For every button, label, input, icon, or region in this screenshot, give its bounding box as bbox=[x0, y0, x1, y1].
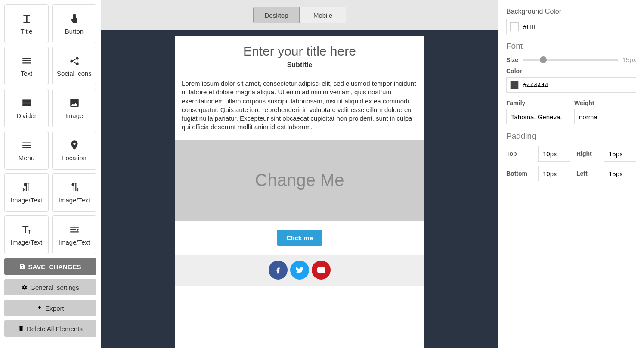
email-title[interactable]: Enter your title here bbox=[175, 36, 424, 61]
general-settings-label: General_settings bbox=[30, 284, 79, 291]
padding-heading: Padding bbox=[506, 131, 636, 141]
email-subtitle[interactable]: Subtitle bbox=[175, 61, 424, 75]
save-label: SAVE_CHANGES bbox=[28, 263, 81, 270]
block-image-label: Image bbox=[65, 112, 84, 119]
block-divider-label: Divider bbox=[16, 112, 37, 119]
block-location-label: Location bbox=[62, 154, 87, 162]
delete-all-label: Delete All Elements bbox=[27, 325, 83, 332]
font-size-label: Size bbox=[506, 56, 518, 63]
pad-left-label: Left bbox=[576, 170, 598, 177]
font-color-label: Color bbox=[506, 68, 636, 75]
sidebar-actions: SAVE_CHANGES General_settings Export Del… bbox=[4, 258, 96, 337]
font-color-field[interactable] bbox=[506, 77, 636, 93]
block-social-label: Social Icons bbox=[57, 70, 92, 77]
divider-icon bbox=[21, 97, 32, 109]
block-menu-label: Menu bbox=[19, 154, 35, 162]
pad-top-input[interactable] bbox=[538, 146, 570, 162]
block-title[interactable]: Title bbox=[4, 4, 49, 43]
pad-left-input[interactable] bbox=[604, 166, 636, 181]
menu-icon bbox=[21, 140, 32, 151]
email-body-text[interactable]: Lorem ipsum dolor sit amet, consectetur … bbox=[175, 75, 424, 140]
font-family-label: Family bbox=[506, 99, 568, 106]
block-imgtext-r[interactable]: Image/Text bbox=[52, 173, 96, 212]
font-weight-select[interactable] bbox=[574, 109, 636, 124]
block-imgtext-t-label: Image/Text bbox=[11, 239, 42, 246]
delete-all-button[interactable]: Delete All Elements bbox=[4, 320, 96, 337]
image-icon bbox=[69, 97, 80, 109]
imgtext-wrap-icon bbox=[69, 224, 80, 235]
block-location[interactable]: Location bbox=[52, 131, 96, 170]
block-image[interactable]: Image bbox=[52, 89, 96, 127]
block-divider[interactable]: Divider bbox=[4, 89, 49, 127]
block-social[interactable]: Social Icons bbox=[52, 47, 96, 85]
pad-right-input[interactable] bbox=[604, 146, 636, 162]
bg-color-label: Background Color bbox=[506, 8, 636, 16]
export-icon bbox=[37, 305, 43, 311]
bg-color-input[interactable] bbox=[523, 23, 632, 31]
font-size-value: 15px bbox=[622, 56, 636, 63]
block-menu[interactable]: Menu bbox=[4, 131, 49, 170]
pad-right-label: Right bbox=[576, 150, 598, 157]
imgtext-l-icon bbox=[21, 182, 32, 193]
font-heading: Font bbox=[506, 41, 636, 51]
elements-sidebar: TitleButtonTextSocial IconsDividerImageM… bbox=[0, 0, 101, 348]
font-weight-label: Weight bbox=[574, 99, 636, 106]
preview-area: Enter your title here Subtitle Lorem ips… bbox=[101, 30, 498, 348]
block-text-label: Text bbox=[21, 70, 33, 77]
button-icon bbox=[69, 13, 80, 24]
bg-color-swatch[interactable] bbox=[510, 22, 519, 31]
twitter-icon[interactable] bbox=[290, 261, 309, 280]
export-button[interactable]: Export bbox=[4, 300, 96, 316]
gear-icon bbox=[22, 284, 28, 290]
pad-top-label: Top bbox=[506, 150, 532, 157]
view-tabs: Desktop Mobile bbox=[101, 0, 498, 30]
text-icon bbox=[21, 55, 32, 66]
block-button-label: Button bbox=[65, 28, 84, 35]
email-social-row bbox=[175, 255, 424, 286]
title-icon bbox=[21, 13, 32, 24]
font-color-input[interactable] bbox=[523, 81, 632, 89]
block-title-label: Title bbox=[21, 28, 33, 35]
svg-rect-1 bbox=[22, 99, 31, 103]
font-color-swatch[interactable] bbox=[510, 81, 519, 89]
youtube-icon[interactable] bbox=[312, 261, 331, 280]
email-canvas[interactable]: Enter your title here Subtitle Lorem ips… bbox=[175, 36, 424, 348]
email-button-row: Click me bbox=[175, 221, 424, 255]
save-icon bbox=[19, 264, 25, 270]
location-icon bbox=[69, 140, 80, 151]
export-label: Export bbox=[45, 304, 64, 312]
font-size-slider-thumb[interactable] bbox=[540, 56, 547, 63]
bg-color-field[interactable] bbox=[506, 19, 636, 34]
pad-bottom-label: Bottom bbox=[506, 170, 532, 177]
block-text[interactable]: Text bbox=[4, 47, 49, 85]
trash-icon bbox=[18, 326, 24, 332]
block-imgtext-l[interactable]: Image/Text bbox=[4, 173, 49, 212]
properties-panel: Background Color Font Size 15px Color Fa… bbox=[498, 0, 644, 348]
tab-desktop[interactable]: Desktop bbox=[253, 7, 300, 23]
email-image-placeholder[interactable]: Change Me bbox=[175, 140, 424, 221]
svg-rect-2 bbox=[22, 103, 31, 106]
font-size-slider[interactable] bbox=[523, 59, 618, 61]
email-cta-button[interactable]: Click me bbox=[277, 230, 322, 246]
facebook-icon[interactable] bbox=[269, 261, 288, 280]
svg-rect-0 bbox=[23, 22, 30, 23]
general-settings-button[interactable]: General_settings bbox=[4, 279, 96, 295]
block-imgtext-t[interactable]: Image/Text bbox=[4, 215, 49, 254]
preview-panel: Desktop Mobile Enter your title here Sub… bbox=[101, 0, 498, 348]
block-imgtext-r-label: Image/Text bbox=[59, 196, 90, 204]
tab-mobile[interactable]: Mobile bbox=[300, 7, 346, 23]
imgtext-r-icon bbox=[69, 182, 80, 193]
social-icon bbox=[69, 55, 80, 66]
block-imgtext-wrap-label: Image/Text bbox=[59, 239, 90, 246]
save-changes-button[interactable]: SAVE_CHANGES bbox=[4, 258, 96, 275]
block-imgtext-l-label: Image/Text bbox=[11, 196, 42, 204]
pad-bottom-input[interactable] bbox=[538, 166, 570, 181]
imgtext-t-icon bbox=[21, 224, 32, 235]
blocks-grid: TitleButtonTextSocial IconsDividerImageM… bbox=[4, 4, 96, 254]
font-family-select[interactable] bbox=[506, 109, 568, 124]
block-imgtext-wrap[interactable]: Image/Text bbox=[52, 215, 96, 254]
block-button[interactable]: Button bbox=[52, 4, 96, 43]
